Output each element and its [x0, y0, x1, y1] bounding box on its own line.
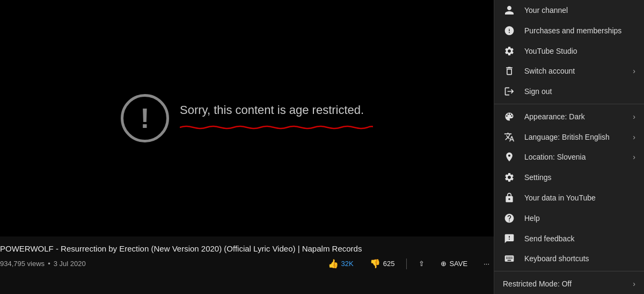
- more-button[interactable]: ···: [479, 257, 494, 270]
- settings-icon: [503, 171, 516, 184]
- video-meta-row: 934,795 views • 3 Jul 2020 👍 32K 👎 625: [0, 255, 494, 272]
- youtube-studio-label: YouTube Studio: [524, 47, 635, 55]
- save-button[interactable]: ⊕ SAVE: [436, 257, 472, 270]
- appearance-icon: [503, 110, 516, 123]
- menu-divider-2: [494, 271, 644, 271]
- video-date-separator: •: [48, 260, 50, 268]
- exclamation-icon: !: [121, 94, 169, 142]
- menu-item-appearance[interactable]: Appearance: Dark ›: [494, 106, 644, 127]
- purchases-icon: [503, 24, 516, 37]
- menu-item-purchases[interactable]: Purchases and memberships: [494, 20, 644, 41]
- account-dropdown-menu: Your channel Purchases and memberships Y…: [494, 0, 644, 294]
- menu-item-your-channel[interactable]: Your channel: [494, 0, 644, 20]
- sign-out-label: Sign out: [524, 87, 635, 96]
- menu-item-sign-out[interactable]: Sign out: [494, 81, 644, 102]
- video-date: 3 Jul 2020: [54, 260, 86, 268]
- video-title: POWERWOLF - Resurrection by Erection (Ne…: [0, 241, 494, 255]
- location-icon: [503, 150, 516, 163]
- location-chevron: ›: [633, 153, 635, 161]
- menu-item-language[interactable]: Language: British English ›: [494, 127, 644, 147]
- age-text-block: Sorry, this content is age restricted.: [180, 103, 373, 133]
- language-chevron: ›: [633, 133, 635, 141]
- menu-item-location[interactable]: Location: Slovenia ›: [494, 147, 644, 168]
- send-feedback-icon: [503, 232, 516, 245]
- your-channel-label: Your channel: [524, 6, 635, 15]
- keyboard-shortcuts-icon: [503, 252, 516, 265]
- send-feedback-label: Send feedback: [524, 234, 635, 243]
- menu-divider-1: [494, 104, 644, 104]
- video-info-bar: POWERWOLF - Resurrection by Erection (Ne…: [0, 236, 494, 272]
- menu-item-settings[interactable]: Settings: [494, 167, 644, 188]
- menu-item-restricted-mode[interactable]: Restricted Mode: Off ›: [494, 274, 644, 294]
- menu-item-help[interactable]: Help: [494, 208, 644, 228]
- appearance-chevron: ›: [633, 112, 635, 121]
- menu-item-keyboard-shortcuts[interactable]: Keyboard shortcuts: [494, 249, 644, 269]
- menu-item-send-feedback[interactable]: Send feedback: [494, 228, 644, 249]
- help-icon: [503, 212, 516, 225]
- video-player: ! Sorry, this content is age restricted.: [0, 0, 494, 236]
- menu-item-your-data[interactable]: Your data in YouTube: [494, 188, 644, 208]
- dislike-button[interactable]: 👎 625: [365, 256, 399, 271]
- main-area: ! Sorry, this content is age restricted.…: [0, 0, 644, 294]
- squiggle-underline: [180, 121, 373, 133]
- language-icon: [503, 131, 516, 144]
- switch-account-label: Switch account: [524, 67, 633, 75]
- age-restrict-content: ! Sorry, this content is age restricted.: [121, 94, 373, 142]
- video-views: 934,795 views: [0, 260, 45, 268]
- help-label: Help: [524, 214, 635, 223]
- action-divider: [406, 259, 407, 269]
- more-icon: ···: [484, 260, 489, 268]
- switch-account-chevron: ›: [633, 67, 635, 75]
- share-icon: ⇧: [419, 260, 425, 268]
- your-channel-icon: [503, 4, 516, 17]
- video-actions: 👍 32K 👎 625 ⇧ ⊕ SAVE: [324, 256, 494, 271]
- restricted-mode-chevron: ›: [633, 279, 635, 288]
- your-data-label: Your data in YouTube: [524, 193, 635, 202]
- sign-out-icon: [503, 85, 516, 98]
- save-icon: ⊕: [441, 260, 447, 268]
- menu-item-youtube-studio[interactable]: YouTube Studio: [494, 41, 644, 61]
- share-button[interactable]: ⇧: [414, 257, 429, 270]
- video-section: ! Sorry, this content is age restricted.…: [0, 0, 494, 294]
- your-data-icon: [503, 191, 516, 204]
- age-restrict-message: Sorry, this content is age restricted.: [180, 103, 364, 117]
- thumbs-down-icon: 👎: [370, 259, 380, 269]
- save-label: SAVE: [449, 260, 467, 268]
- location-label: Location: Slovenia: [524, 153, 633, 161]
- youtube-studio-icon: [503, 45, 516, 58]
- keyboard-shortcuts-label: Keyboard shortcuts: [524, 254, 635, 263]
- restricted-mode-label: Restricted Mode: Off: [503, 279, 633, 288]
- dislike-count: 625: [383, 260, 395, 268]
- like-count: 32K: [341, 260, 354, 268]
- menu-item-switch-account[interactable]: Switch account ›: [494, 61, 644, 81]
- settings-label: Settings: [524, 173, 635, 182]
- appearance-label: Appearance: Dark: [524, 112, 633, 121]
- purchases-label: Purchases and memberships: [524, 26, 635, 35]
- thumbs-up-icon: 👍: [328, 259, 339, 269]
- like-button[interactable]: 👍 32K: [324, 256, 358, 271]
- language-label: Language: British English: [524, 133, 633, 141]
- switch-account-icon: [503, 64, 516, 77]
